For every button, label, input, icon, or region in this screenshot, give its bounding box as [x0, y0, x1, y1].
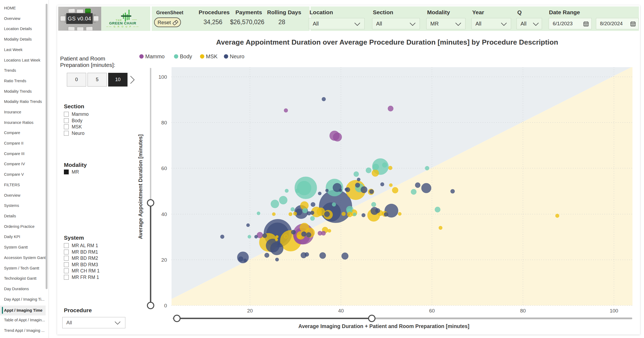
svg-text:Mammo: Mammo — [145, 53, 165, 59]
svg-text:100: 100 — [610, 308, 618, 314]
svg-text:Average Appointment Duration o: Average Appointment Duration over Averag… — [216, 38, 558, 46]
svg-text:60: 60 — [429, 308, 435, 314]
svg-text:60: 60 — [161, 166, 167, 171]
svg-text:Body: Body — [180, 53, 192, 59]
svg-text:0: 0 — [164, 303, 167, 308]
svg-text:100: 100 — [158, 74, 167, 80]
svg-text:MSK: MSK — [206, 53, 218, 59]
svg-text:80: 80 — [520, 308, 526, 314]
svg-text:40: 40 — [338, 308, 344, 314]
svg-text:Neuro: Neuro — [230, 53, 244, 59]
svg-text:Average Imaging Duration + Pat: Average Imaging Duration + Patient and R… — [299, 323, 470, 329]
svg-text:20: 20 — [247, 308, 253, 314]
svg-text:20: 20 — [161, 257, 167, 263]
svg-text:Average Appointment Duration [: Average Appointment Duration [minutes] — [137, 134, 143, 239]
svg-text:40: 40 — [161, 211, 167, 217]
svg-text:80: 80 — [161, 120, 167, 125]
